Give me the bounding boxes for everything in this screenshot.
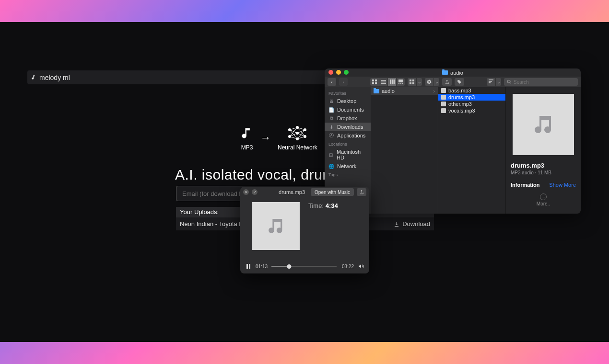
neural-network-node: Neural Network (278, 125, 317, 151)
file-icon (441, 102, 446, 106)
svg-rect-42 (489, 82, 491, 83)
expand-button[interactable]: ⤢ (252, 189, 258, 195)
download-label: Download (402, 220, 430, 228)
traffic-lights (328, 70, 349, 75)
music-note-icon (266, 216, 285, 236)
preview-info-row: Information Show More (511, 182, 576, 188)
sidebar-item-macintosh-hd[interactable]: ⊟Macintosh HD (325, 148, 371, 162)
melodyml-logo-text: melody ml (39, 74, 70, 81)
mp3-node: MP3 (240, 125, 254, 151)
downloads-icon: ⬇ (328, 124, 334, 130)
svg-rect-32 (398, 80, 403, 82)
svg-rect-33 (398, 83, 399, 84)
share-button[interactable] (357, 188, 366, 196)
close-button[interactable] (328, 70, 333, 75)
share-button[interactable] (442, 78, 452, 86)
file-item[interactable]: bass.mp3 (438, 87, 505, 94)
column-view-button[interactable] (387, 78, 396, 86)
group-dropdown[interactable]: ⌄ (416, 78, 422, 86)
download-link[interactable]: Download (394, 220, 430, 228)
sidebar-item-label: Network (337, 163, 356, 169)
volume-button[interactable] (358, 263, 364, 269)
preview-subtitle: MP3 audio · 11 MB (511, 170, 551, 175)
sidebar-item-network[interactable]: 🌐Network (325, 162, 371, 171)
svg-line-44 (510, 82, 511, 84)
file-icon (441, 95, 446, 100)
svg-rect-45 (246, 264, 248, 269)
svg-point-12 (288, 128, 291, 131)
sidebar-item-downloads[interactable]: ⬇Downloads (325, 123, 371, 131)
list-view-button[interactable] (379, 78, 387, 86)
mp3-label: MP3 (241, 144, 253, 151)
file-icon (441, 88, 446, 93)
icon-view-button[interactable] (370, 78, 379, 86)
progress-knob[interactable] (287, 264, 291, 269)
information-label: Information (511, 182, 540, 188)
file-item[interactable]: vocals.mp3 (438, 107, 505, 114)
favorites-heading: Favorites (325, 89, 371, 97)
quicklook-time: Time: 4:34 (308, 202, 338, 250)
search-icon (507, 80, 512, 84)
minimize-button[interactable] (336, 70, 341, 75)
folder-item-audio[interactable]: audio › (371, 87, 438, 95)
time-remaining: -03:22 (340, 264, 354, 269)
dropbox-icon: ⧉ (328, 115, 334, 121)
svg-point-13 (288, 135, 291, 138)
file-label: drums.mp3 (448, 94, 475, 100)
sidebar-item-label: Dropbox (337, 115, 357, 121)
forward-button[interactable]: › (339, 78, 348, 86)
quicklook-window: ✕ ⤢ drums.mp3 Open with Music Time: 4:34… (240, 187, 369, 273)
open-with-button[interactable]: Open with Music (311, 188, 354, 196)
preview-more[interactable]: ⋯ More.. (537, 193, 550, 206)
quicklook-titlebar[interactable]: ✕ ⤢ drums.mp3 Open with Music (240, 187, 369, 197)
sort-button[interactable] (487, 78, 495, 86)
quicklook-filename: drums.mp3 (260, 189, 308, 195)
zoom-button[interactable] (344, 70, 349, 75)
action-dropdown[interactable]: ⌄ (433, 78, 439, 86)
show-more-link[interactable]: Show More (549, 182, 576, 188)
list-icon (381, 80, 386, 84)
svg-rect-24 (372, 82, 374, 84)
view-mode-group (370, 78, 405, 86)
sidebar-item-documents[interactable]: 📄Documents (325, 105, 371, 114)
action-group: ⌄ (425, 78, 439, 86)
finder-titlebar[interactable]: audio (325, 68, 581, 77)
group-button[interactable] (408, 78, 416, 86)
pause-button[interactable] (245, 263, 252, 270)
arrow-right-icon: → (260, 132, 271, 144)
sidebar-item-dropbox[interactable]: ⧉Dropbox (325, 114, 371, 123)
gallery-icon (398, 80, 403, 84)
sidebar-item-label: Applications (337, 133, 365, 138)
back-button[interactable]: ‹ (328, 78, 336, 86)
progress-slider[interactable] (271, 266, 337, 267)
file-item[interactable]: other.mp3 (438, 101, 505, 107)
svg-rect-31 (393, 80, 395, 84)
sidebar-item-applications[interactable]: ⒶApplications (325, 131, 371, 140)
search-field[interactable] (504, 78, 578, 86)
file-label: other.mp3 (448, 101, 472, 107)
svg-rect-41 (489, 81, 492, 82)
svg-rect-38 (410, 82, 411, 84)
volume-icon (358, 263, 364, 269)
quicklook-body: Time: 4:34 (240, 197, 369, 250)
svg-point-43 (507, 80, 510, 83)
gallery-view-button[interactable] (396, 78, 405, 86)
download-icon (394, 221, 399, 227)
file-item[interactable]: drums.mp3 (438, 94, 505, 101)
search-input[interactable] (514, 80, 575, 85)
action-menu[interactable] (425, 78, 433, 86)
folder-label: audio (382, 88, 395, 94)
music-note-icon (240, 125, 254, 141)
sort-icon (489, 80, 493, 84)
tags-button[interactable] (455, 78, 464, 86)
svg-rect-40 (489, 80, 493, 80)
file-label: vocals.mp3 (448, 108, 475, 114)
sidebar-item-desktop[interactable]: 🖥Desktop (325, 97, 371, 105)
share-icon (445, 80, 449, 84)
svg-rect-30 (391, 80, 393, 84)
time-label: Time: (308, 202, 324, 209)
sort-dropdown[interactable]: ⌄ (495, 78, 501, 86)
close-button[interactable]: ✕ (243, 189, 249, 195)
network-icon: 🌐 (328, 163, 334, 169)
tag-icon (457, 80, 462, 84)
